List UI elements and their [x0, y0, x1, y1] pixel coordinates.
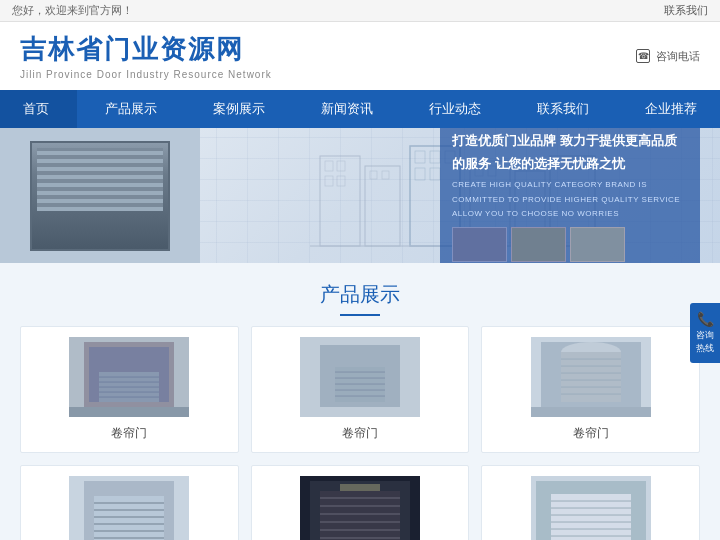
product-image-1 — [69, 337, 189, 417]
door-svg-6 — [531, 476, 651, 540]
product-card-6[interactable]: 卷帘门 — [481, 465, 700, 540]
svg-rect-3 — [325, 176, 333, 186]
product-label-3: 卷帘门 — [573, 425, 609, 442]
svg-rect-48 — [531, 407, 651, 417]
svg-rect-2 — [337, 161, 345, 171]
header: 吉林省门业资源网 Jilin Province Door Industry Re… — [0, 22, 720, 90]
svg-rect-1 — [325, 161, 333, 171]
svg-rect-7 — [382, 171, 389, 179]
svg-rect-9 — [415, 151, 425, 163]
section-title-wrap: 产品展示 — [0, 263, 720, 326]
nav-item-products[interactable]: 产品展示 — [77, 90, 185, 128]
contact-link[interactable]: 联系我们 — [664, 3, 708, 18]
banner-wrapper: 打造优质门业品牌 致力于提供更高品质的服务 让您的选择无忧路之忧 CREATE … — [0, 128, 720, 263]
door-svg-2 — [300, 337, 420, 417]
nav-item-industry[interactable]: 行业动态 — [401, 90, 509, 128]
logo-area: 吉林省门业资源网 Jilin Province Door Industry Re… — [20, 32, 272, 80]
banner-text-overlay: 打造优质门业品牌 致力于提供更高品质的服务 让您的选择无忧路之忧 CREATE … — [440, 128, 700, 263]
door-svg-5 — [300, 476, 420, 540]
products-section: 产品展示 — [0, 263, 720, 540]
banner: 打造优质门业品牌 致力于提供更高品质的服务 让您的选择无忧路之忧 CREATE … — [0, 128, 720, 263]
nav-item-enterprise[interactable]: 企业推荐 — [617, 90, 720, 128]
svg-rect-12 — [415, 168, 425, 180]
float-btn-label: 咨询热线 — [696, 330, 714, 353]
product-image-6 — [531, 476, 651, 540]
product-image-4 — [69, 476, 189, 540]
product-section: 卷帘门 卷帘门 — [0, 326, 720, 540]
banner-main-text: 打造优质门业品牌 致力于提供更高品质的服务 让您的选择无忧路之忧 — [452, 129, 688, 176]
svg-rect-4 — [337, 176, 345, 186]
header-right: ☎ 咨询电话 — [636, 49, 700, 64]
product-card-3[interactable]: 卷帘门 — [481, 326, 700, 453]
product-card-5[interactable]: 卷帘门 — [251, 465, 470, 540]
banner-thumb-1 — [452, 227, 507, 262]
banner-thumb-2 — [511, 227, 566, 262]
product-image-5 — [300, 476, 420, 540]
svg-rect-6 — [370, 171, 377, 179]
door-svg-4 — [69, 476, 189, 540]
product-card-1[interactable]: 卷帘门 — [20, 326, 239, 453]
section-title: 产品展示 — [0, 281, 720, 308]
door-svg-3 — [531, 337, 651, 417]
svg-rect-10 — [430, 151, 440, 163]
product-label-2: 卷帘门 — [342, 425, 378, 442]
svg-rect-68 — [340, 484, 380, 491]
product-grid: 卷帘门 卷帘门 — [20, 326, 700, 540]
float-consult-button[interactable]: 📞 咨询热线 — [690, 303, 720, 363]
door-svg-1 — [69, 337, 189, 417]
banner-sub-text: CREATE HIGH QUALITY CATEGORY BRAND IS CO… — [452, 178, 688, 221]
banner-thumb-3 — [570, 227, 625, 262]
top-bar: 您好，欢迎来到官方网！ 联系我们 — [0, 0, 720, 22]
product-card-2[interactable]: 卷帘门 — [251, 326, 470, 453]
greeting-text: 您好，欢迎来到官方网！ — [12, 3, 133, 18]
nav-item-contact[interactable]: 联系我们 — [509, 90, 617, 128]
svg-rect-29 — [69, 407, 189, 417]
product-image-3 — [531, 337, 651, 417]
product-label-1: 卷帘门 — [111, 425, 147, 442]
section-title-line — [340, 314, 380, 316]
banner-thumbs — [452, 227, 688, 262]
inquiry-label: 咨询电话 — [656, 49, 700, 64]
banner-door-image — [30, 141, 170, 251]
phone-float-icon: 📞 — [695, 311, 715, 327]
product-card-4[interactable]: 卷帘门 — [20, 465, 239, 540]
svg-rect-0 — [320, 156, 360, 246]
nav-item-news[interactable]: 新闻资讯 — [293, 90, 401, 128]
svg-rect-13 — [430, 168, 440, 180]
main-nav: 首页 产品展示 案例展示 新闻资讯 行业动态 联系我们 企业推荐 — [0, 90, 720, 128]
phone-icon: ☎ — [636, 49, 650, 63]
banner-left — [0, 128, 200, 263]
nav-item-cases[interactable]: 案例展示 — [185, 90, 293, 128]
logo-subtitle: Jilin Province Door Industry Resource Ne… — [20, 69, 272, 80]
nav-item-home[interactable]: 首页 — [0, 90, 77, 128]
product-image-2 — [300, 337, 420, 417]
logo-title: 吉林省门业资源网 — [20, 32, 272, 67]
